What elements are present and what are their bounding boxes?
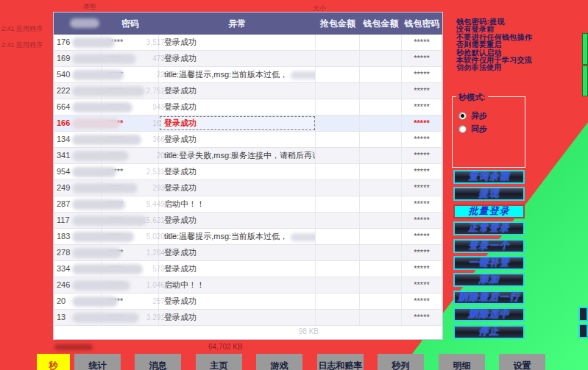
wallet-amount-cell <box>360 180 402 196</box>
redacted-blob <box>72 216 146 226</box>
bottom-tab[interactable]: 消息 <box>135 354 181 370</box>
grab-amount-cell <box>316 164 360 179</box>
wallet-amount-cell <box>360 277 402 293</box>
table-row[interactable]: 183 ***** title:温馨提示,msg:当前版本过低， ***** 5… <box>54 229 442 245</box>
mode-radio[interactable]: 同步 <box>458 122 525 135</box>
radio-label: 同步 <box>471 124 487 135</box>
status-cell: 登录成功 <box>159 164 316 179</box>
account-id-prefix: 20 <box>57 296 65 305</box>
bottom-tab[interactable]: 游戏 <box>256 354 302 370</box>
account-cell: 334 <box>54 261 102 277</box>
wallet-password-cell: ***** <box>402 67 442 82</box>
table-row[interactable]: 134 ***** 登录成功 ***** 366 KB <box>54 132 442 148</box>
wallet-amount-cell <box>360 67 402 82</box>
status-text: title:登录失败,msg:服务连接中，请稍后再试。... <box>164 151 316 160</box>
redacted-blob <box>72 38 115 48</box>
wallet-password-cell: ***** <box>402 132 442 147</box>
account-cell: 169 <box>54 51 102 66</box>
grab-amount-cell <box>316 115 360 131</box>
redacted-blob <box>72 264 143 274</box>
wallet-amount-cell <box>360 99 402 115</box>
ghost-column-type: 类型 <box>83 2 96 12</box>
edge-button-fragment <box>578 307 588 321</box>
table-row[interactable]: 278 ***** 登录成功 ***** 1,264 KB <box>54 245 442 261</box>
wallet-amount-cell <box>360 83 402 99</box>
action-button[interactable]: 添加 <box>453 273 525 287</box>
table-row[interactable]: 664 ***** 登录成功 ***** 943 KB <box>54 99 442 115</box>
ghost-blob <box>54 344 93 350</box>
action-button[interactable]: 停止 <box>453 325 525 339</box>
account-id-prefix: 246 <box>57 280 70 289</box>
header-status: 异常 <box>159 13 316 35</box>
grab-amount-cell <box>316 180 360 196</box>
grab-amount-cell <box>316 277 360 293</box>
table-row[interactable]: 20 ***** 登录成功 ***** 257 KB <box>54 293 442 310</box>
redacted-blob <box>72 54 136 64</box>
info-text: 钱包密码:提现没有登录前不要进行任何钱包操作否则需要重启秒抢默认启动本软件仅用于… <box>456 18 532 72</box>
action-button[interactable]: 删除选中 <box>453 307 525 321</box>
ghost-size-value: 98 KB <box>252 327 319 335</box>
account-id-prefix: 540 <box>57 70 70 79</box>
action-button[interactable]: 删除最后一行 <box>453 291 525 305</box>
grab-amount-cell <box>316 213 360 228</box>
action-button[interactable]: 登录一个 <box>453 239 525 253</box>
wallet-amount-cell <box>360 310 402 325</box>
action-button[interactable]: 正常登录 <box>453 221 525 235</box>
table-row[interactable]: 954 ***** 登录成功 ***** 2,531 KB <box>54 164 442 180</box>
status-text: 登录成功 <box>164 118 196 127</box>
bottom-tab[interactable]: 明细 <box>439 354 485 370</box>
redacted-blob <box>72 232 134 242</box>
edge-button-fragment <box>578 324 588 338</box>
table-row[interactable]: 246 ***** 启动中！！ ***** 1,046 KB <box>54 277 442 293</box>
account-id-prefix: 117 <box>57 216 70 224</box>
bottom-tab[interactable]: 秒列 <box>378 354 424 370</box>
table-row[interactable]: 176 ***** 登录成功 ***** 3,517 KB <box>54 35 442 51</box>
table-row[interactable]: 334 ***** 登录成功 ***** 573 KB <box>54 261 442 277</box>
account-id-prefix: 341 <box>57 151 70 160</box>
account-cell: 341 <box>54 148 102 163</box>
bottom-tab-label: 秒 <box>49 360 58 370</box>
table-row[interactable]: 117 ***** 登录成功 ***** 15,621 KB <box>54 213 442 229</box>
account-id-prefix: 664 <box>57 102 70 111</box>
bottom-tab[interactable]: 主页 <box>196 354 242 370</box>
account-cell: 20 <box>54 293 102 309</box>
status-text: 登录成功 <box>164 54 196 63</box>
mode-radio[interactable]: 异步 <box>458 109 525 122</box>
action-button[interactable]: 批量登录 <box>453 204 525 218</box>
redacted-blob <box>72 70 124 80</box>
action-button[interactable]: 一键补登 <box>453 256 525 270</box>
table-row[interactable]: 13 ***** 登录成功 ***** 3,291 KB <box>54 310 442 326</box>
wallet-password-cell: ***** <box>402 115 442 131</box>
redacted-blob <box>72 313 139 323</box>
status-cell: 登录成功 <box>159 51 316 66</box>
bottom-tab[interactable]: 秒 <box>37 354 70 370</box>
table-row[interactable]: 249 ***** 登录成功 ***** 293 KB <box>54 180 442 196</box>
bottom-tab[interactable]: 日志和赔率 <box>317 354 364 370</box>
table-row[interactable]: 540 ***** title:温馨提示,msg:当前版本过低， ***** 2… <box>54 67 442 83</box>
edge-green-fragment <box>582 33 588 65</box>
table-row[interactable]: 169 ***** 登录成功 ***** 473 KB <box>54 51 442 67</box>
bottom-tab[interactable]: 设置 <box>499 354 545 370</box>
action-button[interactable]: 提现 <box>453 187 525 201</box>
action-button[interactable]: 查询余额 <box>453 170 525 184</box>
table-row[interactable]: 287 ***** 启动中！！ ***** 5,449 KB <box>54 196 442 213</box>
wallet-password-cell: ***** <box>402 293 442 309</box>
status-cell: title:登录失败,msg:服务连接中，请稍后再试。... <box>159 148 316 163</box>
account-id-prefix: 954 <box>57 167 70 176</box>
table-row[interactable]: 166 ***** 登录成功 ***** 162 KB <box>54 115 442 132</box>
wallet-password-cell: ***** <box>402 180 442 196</box>
status-text: 登录成功 <box>164 135 196 143</box>
radio-icon <box>458 112 467 120</box>
redacted-blob <box>72 248 121 258</box>
status-cell: 登录成功 <box>159 261 316 277</box>
bottom-tab-label: 明细 <box>453 360 471 370</box>
wallet-amount-cell <box>360 148 402 163</box>
bottom-tab-label: 设置 <box>514 360 531 370</box>
account-id-prefix: 278 <box>57 248 70 257</box>
action-button-label: 一键补登 <box>469 257 510 268</box>
wallet-password-cell: ***** <box>402 310 442 325</box>
status-text: 登录成功 <box>164 183 196 192</box>
table-row[interactable]: 222 ***** 登录成功 ***** 2,751 KB <box>54 83 442 99</box>
table-row[interactable]: 341 ***** title:登录失败,msg:服务连接中，请稍后再试。...… <box>54 148 442 164</box>
bottom-tab[interactable]: 统计 <box>74 354 121 370</box>
